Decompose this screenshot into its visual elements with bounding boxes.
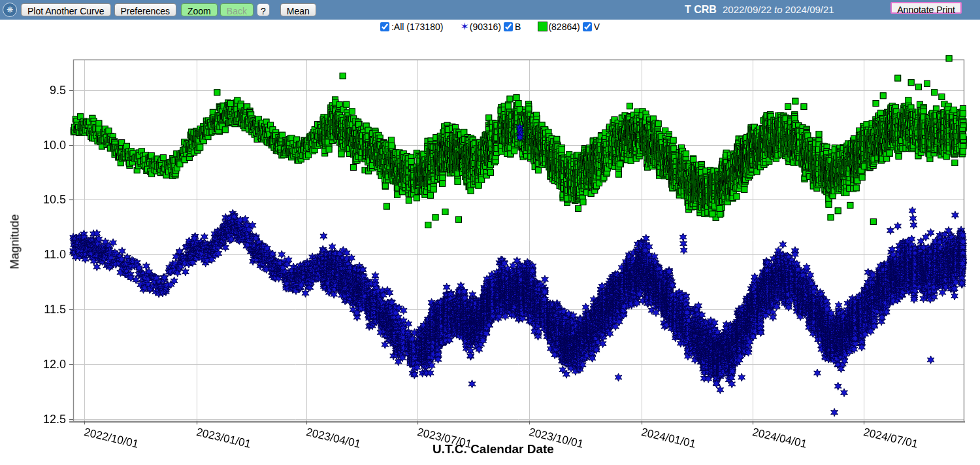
v-checkbox[interactable] bbox=[583, 22, 592, 31]
legend-all-group: :All (173180) bbox=[380, 22, 443, 32]
toolbar: ❋ Plot Another Curve Preferences Zoom Ba… bbox=[0, 0, 980, 20]
y-axis-title: Magnitude bbox=[8, 209, 22, 275]
mean-button[interactable]: Mean bbox=[280, 3, 316, 16]
y-tick-label: 10.0 bbox=[36, 139, 66, 152]
date-joiner: to bbox=[772, 4, 785, 15]
date-start: 2022/09/22 bbox=[723, 4, 772, 15]
band-legend: :All (173180) ✶ (90316) B (82864) V bbox=[0, 20, 980, 33]
y-tick-label: 11.5 bbox=[36, 303, 66, 317]
date-range: 2022/09/22to2024/09/21 bbox=[723, 0, 834, 20]
y-tick-label: 11.0 bbox=[36, 248, 66, 262]
preferences-button[interactable]: Preferences bbox=[114, 3, 176, 16]
all-checkbox[interactable] bbox=[380, 22, 389, 31]
lcg-app: ❋ Plot Another Curve Preferences Zoom Ba… bbox=[0, 0, 980, 465]
b-count: (90316) bbox=[470, 22, 501, 32]
all-label: :All (173180) bbox=[391, 22, 443, 32]
y-tick-label: 10.5 bbox=[36, 193, 66, 207]
zoom-button[interactable]: Zoom bbox=[181, 3, 218, 16]
v-count: (82864) bbox=[548, 22, 580, 32]
star-icon: ✶ bbox=[460, 22, 468, 31]
y-tick-label: 9.5 bbox=[36, 84, 66, 97]
legend-b-group: ✶ (90316) B bbox=[460, 22, 521, 32]
plot-another-curve-button[interactable]: Plot Another Curve bbox=[21, 3, 111, 16]
help-button[interactable]: ? bbox=[257, 3, 270, 16]
v-label: V bbox=[594, 22, 600, 32]
b-label: B bbox=[515, 22, 521, 32]
date-end: 2024/09/21 bbox=[785, 4, 834, 15]
aavso-logo-icon: ❋ bbox=[3, 3, 17, 17]
b-checkbox[interactable] bbox=[504, 22, 513, 31]
legend-v-group: (82864) V bbox=[538, 22, 600, 32]
y-tick-label: 12.5 bbox=[36, 413, 66, 426]
square-icon bbox=[538, 22, 547, 31]
x-axis-title: U.T.C. Calendar Date bbox=[297, 442, 689, 456]
star-name-title: T CRB bbox=[685, 0, 717, 20]
light-curve-canvas[interactable] bbox=[0, 33, 980, 465]
back-button[interactable]: Back bbox=[220, 3, 253, 16]
annotate-print-button[interactable]: Annotate Print bbox=[890, 2, 962, 14]
y-tick-label: 12.0 bbox=[36, 358, 66, 371]
light-curve-chart: 9.510.010.511.011.512.012.52022/10/01202… bbox=[0, 33, 980, 465]
